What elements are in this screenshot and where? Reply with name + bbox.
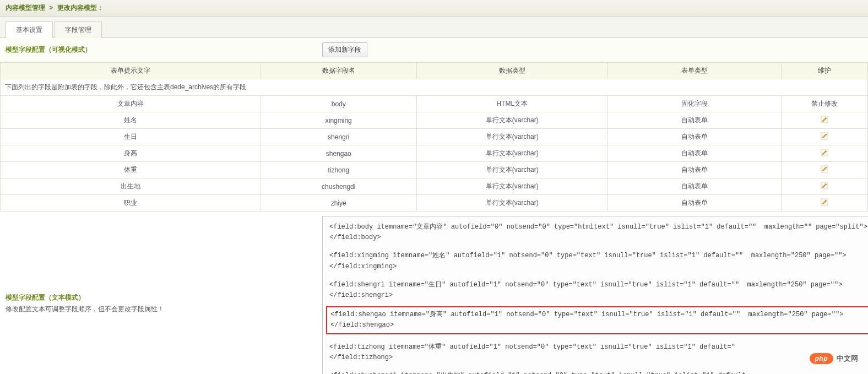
- cell-prompt: 生日: [1, 129, 261, 145]
- cell-prompt: 姓名: [1, 112, 261, 129]
- code-line-close: </field:shengri>: [329, 290, 867, 301]
- th-form-type: 表单类型: [607, 63, 781, 79]
- cell-prompt: 身高: [1, 145, 261, 162]
- code-line-open: <field:xingming itemname="姓名" autofield=…: [329, 251, 867, 261]
- field-config-textarea[interactable]: <field:body itemname="文章内容" autofield="0…: [322, 216, 868, 374]
- cell-maintain: [781, 178, 868, 195]
- code-line-close: </field:body>: [329, 232, 867, 243]
- text-mode-section: 模型字段配置（文本模式） 修改配置文本可调整字段顺序，但不会更改字段属性！ <f…: [0, 212, 868, 374]
- edit-icon[interactable]: [821, 198, 828, 206]
- cell-field-name: xingming: [261, 112, 417, 129]
- field-block: <field:chushengdi itemname="出生地" autofie…: [329, 371, 867, 374]
- cell-prompt: 职业: [1, 195, 261, 212]
- cell-form-type: 自动表单: [607, 129, 781, 145]
- edit-icon[interactable]: [821, 149, 828, 156]
- highlighted-field-block: <field:shengao itemname="身高" autofield="…: [326, 306, 868, 334]
- cell-data-type: 单行文本(varchar): [417, 195, 608, 212]
- text-mode-hint: 修改配置文本可调整字段顺序，但不会更改字段属性！: [6, 305, 322, 314]
- fields-table: 表单提示文字 数据字段名 数据类型 表单类型 维护 下面列出的字段是附加表的字段…: [0, 62, 868, 212]
- breadcrumb-root[interactable]: 内容模型管理: [6, 4, 45, 12]
- cell-maintain: [781, 162, 868, 178]
- table-row: 出生地chushengdi单行文本(varchar)自动表单: [1, 178, 868, 195]
- breadcrumb: 内容模型管理 > 更改内容模型：: [0, 0, 868, 17]
- tabs: 基本设置 字段管理: [0, 17, 868, 38]
- cell-form-type: 自动表单: [607, 195, 781, 212]
- add-field-button[interactable]: 添加新字段: [322, 42, 367, 57]
- cell-data-type: 单行文本(varchar): [417, 162, 608, 178]
- cell-form-type: 自动表单: [607, 178, 781, 195]
- cell-data-type: 单行文本(varchar): [417, 145, 608, 162]
- cell-maintain: [781, 112, 868, 129]
- cell-prompt: 文章内容: [1, 96, 261, 112]
- code-line-close: </field:shengao>: [330, 320, 866, 330]
- table-row: 文章内容bodyHTML文本固化字段禁止修改: [1, 96, 868, 112]
- cell-data-type: 单行文本(varchar): [417, 178, 608, 195]
- cell-field-name: body: [261, 96, 417, 112]
- tab-basic-settings[interactable]: 基本设置: [6, 21, 53, 38]
- visual-mode-title: 模型字段配置（可视化模式）: [6, 45, 322, 55]
- code-line-open: <field:shengao itemname="身高" autofield="…: [330, 310, 866, 320]
- table-row: 身高shengao单行文本(varchar)自动表单: [1, 145, 868, 162]
- cell-field-name: shengao: [261, 145, 417, 162]
- cell-form-type: 固化字段: [607, 96, 781, 112]
- cell-field-name: zhiye: [261, 195, 417, 212]
- cell-field-name: tizhong: [261, 162, 417, 178]
- field-block: <field:xingming itemname="姓名" autofield=…: [329, 251, 867, 272]
- field-block: <field:shengri itemname="生日" autofield="…: [329, 280, 867, 301]
- cell-prompt: 出生地: [1, 178, 261, 195]
- field-block: <field:tizhong itemname="体重" autofield="…: [329, 342, 867, 363]
- table-row: 体重tizhong单行文本(varchar)自动表单: [1, 162, 868, 178]
- cell-form-type: 自动表单: [607, 145, 781, 162]
- cell-data-type: HTML文本: [417, 96, 608, 112]
- code-line-open: <field:chushengdi itemname="出生地" autofie…: [329, 371, 867, 374]
- code-line-open: <field:tizhong itemname="体重" autofield="…: [329, 342, 867, 353]
- edit-icon[interactable]: [821, 116, 828, 123]
- edit-icon[interactable]: [821, 182, 828, 189]
- code-line-close: </field:xingming>: [329, 262, 867, 272]
- breadcrumb-separator: >: [49, 4, 53, 12]
- table-row: 职业zhiye单行文本(varchar)自动表单: [1, 195, 868, 212]
- cell-maintain: [781, 129, 868, 145]
- code-line-open: <field:shengri itemname="生日" autofield="…: [329, 280, 867, 290]
- edit-icon[interactable]: [821, 165, 828, 173]
- code-line-close: </field:tizhong>: [329, 353, 867, 363]
- th-prompt: 表单提示文字: [1, 63, 261, 79]
- cell-field-name: shengri: [261, 129, 417, 145]
- code-line-open: <field:body itemname="文章内容" autofield="0…: [329, 222, 867, 232]
- visual-mode-header: 模型字段配置（可视化模式） 添加新字段: [0, 38, 868, 62]
- text-mode-heading: 模型字段配置（文本模式）: [6, 293, 322, 302]
- cell-field-name: chushengdi: [261, 178, 417, 195]
- edit-icon[interactable]: [821, 132, 828, 140]
- cell-maintain: 禁止修改: [781, 96, 868, 112]
- th-data-type: 数据类型: [417, 63, 608, 79]
- tab-field-management[interactable]: 字段管理: [55, 21, 102, 38]
- cell-maintain: [781, 145, 868, 162]
- cell-maintain: [781, 195, 868, 212]
- th-maintain: 维护: [781, 63, 868, 79]
- table-note: 下面列出的字段是附加表的字段，除此外，它还包含主表dede_archives的所…: [1, 79, 868, 96]
- cell-form-type: 自动表单: [607, 162, 781, 178]
- th-field-name: 数据字段名: [261, 63, 417, 79]
- cell-data-type: 单行文本(varchar): [417, 112, 608, 129]
- table-row: 生日shengri单行文本(varchar)自动表单: [1, 129, 868, 145]
- table-row: 姓名xingming单行文本(varchar)自动表单: [1, 112, 868, 129]
- field-block: <field:body itemname="文章内容" autofield="0…: [329, 222, 867, 243]
- cell-form-type: 自动表单: [607, 112, 781, 129]
- cell-prompt: 体重: [1, 162, 261, 178]
- cell-data-type: 单行文本(varchar): [417, 129, 608, 145]
- breadcrumb-current: 更改内容模型：: [57, 4, 104, 12]
